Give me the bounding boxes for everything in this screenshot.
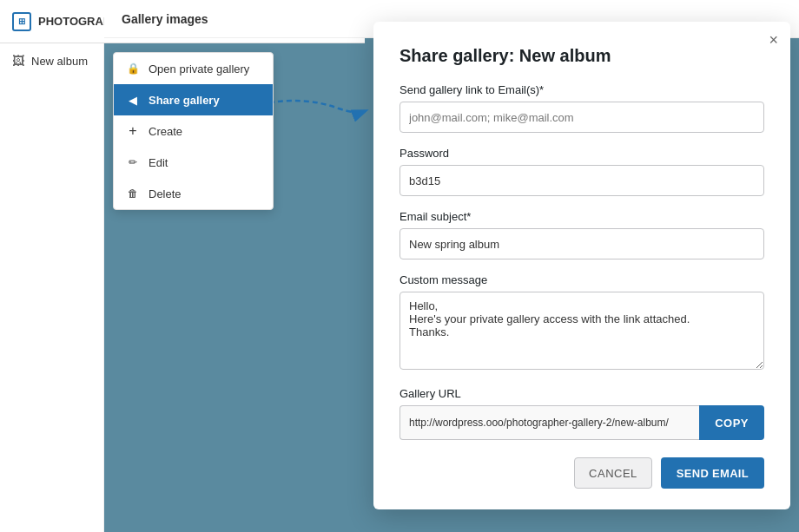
- context-menu-item-edit[interactable]: ✏ Edit: [114, 147, 273, 178]
- custom-message-group: Custom message Hello, Here's your privat…: [400, 273, 764, 373]
- password-group: Password: [400, 147, 764, 196]
- email-subject-group: Email subject*: [400, 210, 764, 259]
- context-menu-label-delete: Delete: [149, 187, 182, 200]
- custom-message-textarea[interactable]: Hello, Here's your private gallery acces…: [400, 292, 764, 370]
- copy-button[interactable]: COPY: [699, 405, 764, 440]
- context-menu-item-create[interactable]: + Create: [114, 115, 273, 147]
- context-menu-label-share-gallery: Share gallery: [149, 94, 220, 107]
- email-label: Send gallery link to Email(s)*: [400, 83, 764, 96]
- trash-icon: 🗑: [126, 187, 140, 200]
- context-menu-item-delete[interactable]: 🗑 Delete: [114, 178, 273, 209]
- new-album-label: New album: [31, 55, 88, 68]
- edit-icon: ✏: [126, 155, 140, 169]
- new-album-icon: 🖼: [12, 54, 24, 68]
- gallery-url-input[interactable]: [400, 405, 699, 440]
- context-menu-item-share-gallery[interactable]: ◀ Share gallery: [114, 84, 273, 115]
- modal-title: Share gallery: New album: [400, 46, 764, 66]
- gallery-url-label: Gallery URL: [400, 387, 764, 400]
- share-icon: ◀: [126, 93, 140, 107]
- modal-footer: CANCEL SEND EMAIL: [400, 457, 764, 489]
- context-menu: 🔒 Open private gallery ◀ Share gallery +…: [113, 52, 274, 210]
- email-subject-input[interactable]: [400, 228, 764, 259]
- create-icon: +: [126, 124, 140, 138]
- email-input[interactable]: [400, 102, 764, 133]
- sidebar-item-new-album[interactable]: 🖼 New album: [0, 43, 103, 78]
- context-menu-label-open-private: Open private gallery: [149, 62, 249, 76]
- gallery-images-label: Gallery images: [122, 12, 208, 26]
- context-menu-label-edit: Edit: [149, 156, 168, 169]
- email-group: Send gallery link to Email(s)*: [400, 83, 764, 133]
- photographer-logo: ⊞: [12, 12, 31, 31]
- send-email-button[interactable]: SEND EMAIL: [661, 457, 764, 489]
- url-row: COPY: [400, 405, 764, 440]
- context-menu-label-create: Create: [149, 125, 182, 138]
- sidebar: 🖼 New album: [0, 43, 104, 532]
- password-input[interactable]: [400, 165, 764, 196]
- modal-close-button[interactable]: ×: [769, 32, 778, 48]
- cancel-button[interactable]: CANCEL: [574, 457, 652, 489]
- custom-message-label: Custom message: [400, 273, 764, 286]
- email-subject-label: Email subject*: [400, 210, 764, 223]
- password-label: Password: [400, 147, 764, 160]
- lock-icon: 🔒: [126, 62, 140, 76]
- context-menu-item-open-private[interactable]: 🔒 Open private gallery: [114, 53, 273, 84]
- share-gallery-modal: × Share gallery: New album Send gallery …: [373, 22, 790, 509]
- gallery-url-group: Gallery URL COPY: [400, 387, 764, 440]
